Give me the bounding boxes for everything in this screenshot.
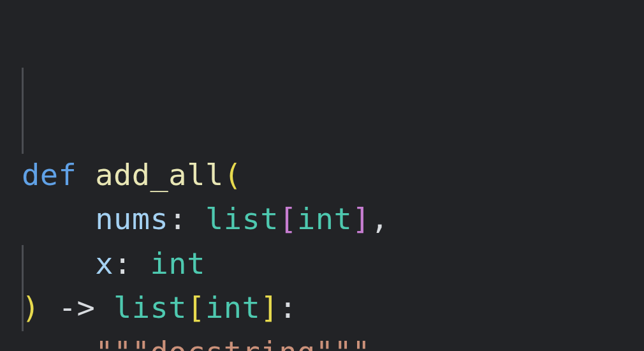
arrow: ->	[59, 290, 96, 325]
param-nums: nums	[95, 201, 168, 236]
type-int: int	[150, 246, 205, 281]
code-snippet: def add_all( nums: list[int], x: int ) -…	[0, 0, 644, 351]
type-int: int	[297, 201, 352, 236]
function-name: add_all	[95, 157, 224, 192]
docstring-quote-close: """	[316, 334, 370, 351]
indent	[22, 334, 95, 351]
indent	[22, 201, 95, 236]
indent-guide	[22, 245, 24, 331]
colon: :	[113, 246, 132, 281]
comma: ,	[370, 201, 389, 236]
bracket-open: [	[187, 290, 205, 325]
type-int: int	[205, 290, 260, 325]
colon: :	[168, 201, 187, 236]
space	[132, 246, 150, 281]
colon: :	[279, 290, 297, 325]
space	[40, 290, 59, 325]
space	[77, 157, 95, 192]
keyword-def: def	[22, 157, 77, 192]
indent-guide	[22, 68, 24, 154]
bracket-close: ]	[260, 290, 279, 325]
space	[187, 201, 205, 236]
type-list: list	[205, 201, 279, 236]
type-list: list	[113, 290, 187, 325]
docstring-quote-open: """	[95, 334, 150, 351]
paren-close: )	[22, 290, 40, 325]
space	[95, 290, 113, 325]
paren-open: (	[224, 157, 242, 192]
docstring-text: docstring	[150, 334, 316, 351]
param-x: x	[95, 246, 113, 281]
bracket-close: ]	[352, 201, 370, 236]
bracket-open: [	[279, 201, 297, 236]
indent	[22, 246, 95, 281]
